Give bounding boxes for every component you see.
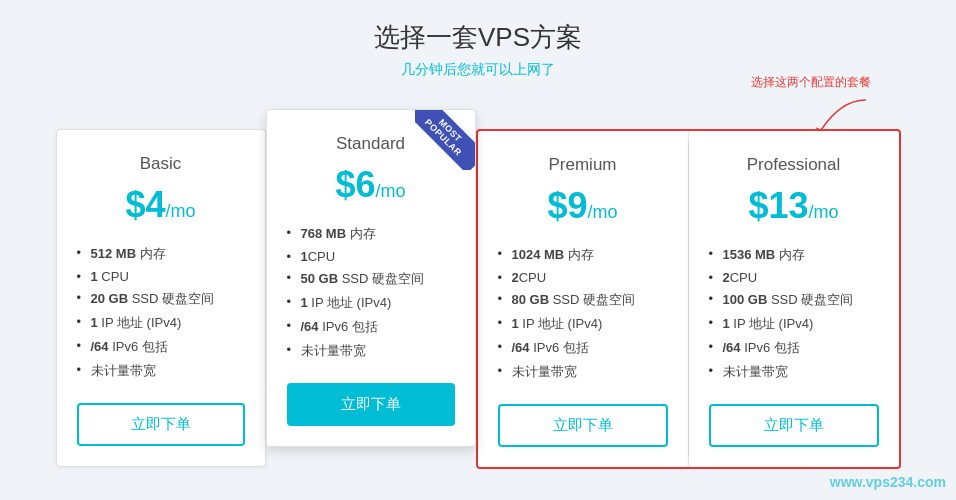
plan-standard-features: 768 MB 内存 1CPU 50 GB SSD 硬盘空间 1 IP 地址 (I…	[287, 222, 455, 363]
watermark: www.vps234.com	[830, 474, 946, 490]
feature-item: 2CPU	[498, 267, 668, 288]
feature-item: 1 IP 地址 (IPv4)	[709, 312, 879, 336]
page-title: 选择一套VPS方案	[374, 20, 582, 55]
annotation-text: 选择这两个配置的套餐	[751, 74, 871, 91]
feature-item: 1 IP 地址 (IPv4)	[287, 291, 455, 315]
feature-item: 100 GB SSD 硬盘空间	[709, 288, 879, 312]
plan-professional-name: Professional	[709, 155, 879, 175]
page-subtitle: 几分钟后您就可以上网了	[374, 61, 582, 79]
popular-badge: MOSTPOPULAR	[415, 110, 475, 170]
plan-premium: Premium $9/mo 1024 MB 内存 2CPU 80 GB SSD …	[478, 131, 688, 467]
plan-professional-features: 1536 MB 内存 2CPU 100 GB SSD 硬盘空间 1 IP 地址 …	[709, 243, 879, 384]
feature-item: 1CPU	[287, 246, 455, 267]
plan-professional-price: $13/mo	[709, 185, 879, 227]
plan-basic-features: 512 MB 内存 1 CPU 20 GB SSD 硬盘空间 1 IP 地址 (…	[77, 242, 245, 383]
plan-standard: MOSTPOPULAR Standard $6/mo 768 MB 内存 1CP…	[266, 109, 476, 447]
plan-premium-name: Premium	[498, 155, 668, 175]
plans-container: Basic $4/mo 512 MB 内存 1 CPU 20 GB SSD 硬盘…	[56, 109, 901, 469]
feature-item: 未计量带宽	[287, 339, 455, 363]
plan-professional: Professional $13/mo 1536 MB 内存 2CPU 100 …	[689, 131, 899, 467]
feature-item: 1024 MB 内存	[498, 243, 668, 267]
plan-basic: Basic $4/mo 512 MB 内存 1 CPU 20 GB SSD 硬盘…	[56, 129, 266, 467]
plan-standard-price: $6/mo	[287, 164, 455, 206]
feature-item: 1 IP 地址 (IPv4)	[77, 311, 245, 335]
feature-item: /64 IPv6 包括	[498, 336, 668, 360]
feature-item: 1 CPU	[77, 266, 245, 287]
feature-item: 512 MB 内存	[77, 242, 245, 266]
plan-standard-order-button[interactable]: 立即下单	[287, 383, 455, 426]
feature-item: 768 MB 内存	[287, 222, 455, 246]
feature-item: /64 IPv6 包括	[709, 336, 879, 360]
feature-item: 1 IP 地址 (IPv4)	[498, 312, 668, 336]
plan-premium-price: $9/mo	[498, 185, 668, 227]
plan-premium-features: 1024 MB 内存 2CPU 80 GB SSD 硬盘空间 1 IP 地址 (…	[498, 243, 668, 384]
plan-basic-order-button[interactable]: 立即下单	[77, 403, 245, 446]
feature-item: 未计量带宽	[709, 360, 879, 384]
feature-item: /64 IPv6 包括	[77, 335, 245, 359]
feature-item: 20 GB SSD 硬盘空间	[77, 287, 245, 311]
feature-item: 50 GB SSD 硬盘空间	[287, 267, 455, 291]
popular-badge-text: MOSTPOPULAR	[415, 110, 475, 170]
feature-item: 80 GB SSD 硬盘空间	[498, 288, 668, 312]
highlighted-plans-group: Premium $9/mo 1024 MB 内存 2CPU 80 GB SSD …	[476, 129, 901, 469]
feature-item: 2CPU	[709, 267, 879, 288]
plan-premium-order-button[interactable]: 立即下单	[498, 404, 668, 447]
plan-basic-price: $4/mo	[77, 184, 245, 226]
plan-basic-name: Basic	[77, 154, 245, 174]
feature-item: 未计量带宽	[498, 360, 668, 384]
feature-item: 1536 MB 内存	[709, 243, 879, 267]
feature-item: /64 IPv6 包括	[287, 315, 455, 339]
annotation: 选择这两个配置的套餐	[751, 74, 871, 135]
feature-item: 未计量带宽	[77, 359, 245, 383]
plan-professional-order-button[interactable]: 立即下单	[709, 404, 879, 447]
